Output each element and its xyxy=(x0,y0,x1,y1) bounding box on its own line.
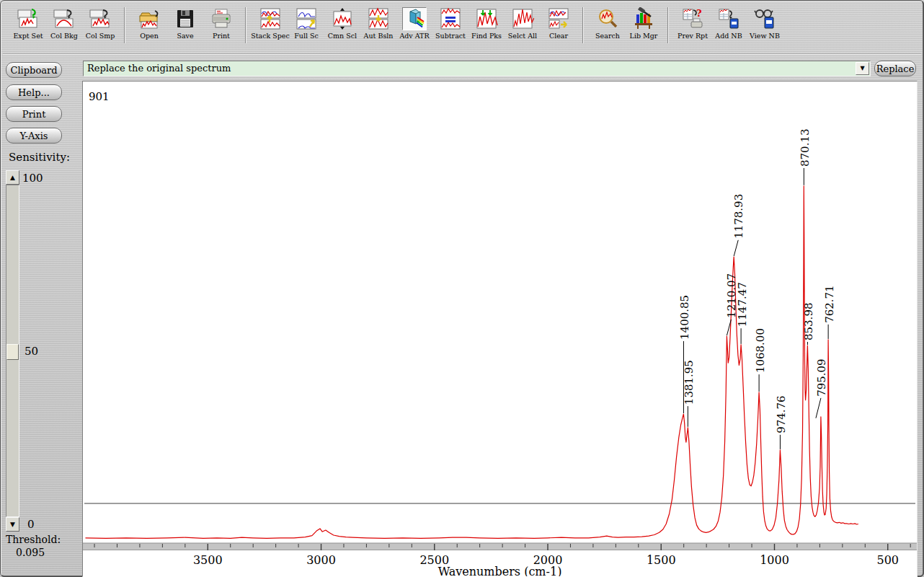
x-tick-label: 1500 xyxy=(647,553,676,567)
full-scale-icon xyxy=(294,7,319,30)
subtract-icon xyxy=(438,7,463,30)
sensitivity-label: Sensitivity: xyxy=(9,151,70,164)
toolbar-button-search[interactable]: Search xyxy=(590,6,626,40)
toolbar-button-label: Stack Spec xyxy=(251,32,290,40)
x-axis-title: Wavenumbers (cm-1) xyxy=(438,565,562,576)
threshold-value: 0.095 xyxy=(16,547,45,558)
toolbar-button-adv-atr[interactable]: Adv ATR xyxy=(396,6,432,40)
collect-sample-icon xyxy=(88,7,112,30)
peak-label: 1400.85 xyxy=(678,295,691,340)
search-icon xyxy=(595,7,620,30)
peak-label: 1381.95 xyxy=(683,360,696,405)
find-peaks-icon xyxy=(474,7,499,30)
sidebar-button-print[interactable]: Print xyxy=(6,106,62,122)
down-arrow-icon: ▼ xyxy=(10,521,15,528)
dropdown-arrow-icon[interactable]: ▼ xyxy=(856,62,869,75)
peak-label: 1147.47 xyxy=(736,282,749,327)
toolbar-button-label: Col Smp xyxy=(86,32,115,40)
svg-text:?: ? xyxy=(696,8,702,19)
sensitivity-slider-down-button[interactable]: ▼ xyxy=(6,517,19,532)
toolbar-button-label: Search xyxy=(595,32,620,40)
select-all-icon xyxy=(510,7,535,30)
preview-report-icon: ? xyxy=(680,7,705,30)
toolbar-button-label: Find Pks xyxy=(471,32,502,40)
toolbar-button-label: Selct All xyxy=(508,32,537,40)
toolbar-button-label: Save xyxy=(177,32,193,40)
toolbar-group: ?Prev RptAdd NBView NB xyxy=(675,6,783,40)
toolbar-button-label: Adv ATR xyxy=(399,32,429,40)
collect-background-icon xyxy=(52,7,76,30)
peak-label: 853.98 xyxy=(802,303,815,341)
toolbar-button-label: Subtract xyxy=(435,32,466,40)
view-notebook-icon xyxy=(752,7,777,30)
toolbar-button-label: Clear xyxy=(549,32,568,40)
toolbar-button-clear[interactable]: Clear xyxy=(541,6,577,40)
sensitivity-slider-thumb[interactable] xyxy=(6,344,19,360)
main-toolbar: Expt SetCol BkgCol SmpOpenSavePrintStack… xyxy=(4,3,920,50)
toolbar-button-subtract[interactable]: Subtract xyxy=(432,6,468,40)
sensitivity-slider-track[interactable] xyxy=(6,185,19,517)
toolbar-button-open[interactable]: Open xyxy=(131,6,167,40)
sensitivity-slider-up-button[interactable]: ▲ xyxy=(6,170,19,185)
toolbar-button-stack-spec[interactable]: Stack Spec xyxy=(252,6,288,40)
peak-label: 762.71 xyxy=(823,285,836,323)
process-result-value: Replace the original spectrum xyxy=(87,63,231,74)
toolbar-button-lib-mgr[interactable]: Lib Mgr xyxy=(626,6,662,40)
replace-button[interactable]: Replace xyxy=(874,61,916,76)
save-icon xyxy=(173,7,197,30)
toolbar-button-print[interactable]: Print xyxy=(203,6,239,40)
toolbar-button-label: Col Bkg xyxy=(50,32,78,40)
toolbar-button-find-pks[interactable]: Find Pks xyxy=(468,6,505,40)
toolbar-button-view-nb[interactable]: View NB xyxy=(747,6,783,40)
toolbar-button-col-smp[interactable]: Col Smp xyxy=(82,6,118,40)
sidebar-button-clipboard[interactable]: Clipboard xyxy=(6,62,62,78)
spectrum-number-annotation: 901 xyxy=(89,90,110,103)
toolbar-separator xyxy=(245,7,246,43)
toolbar-group: SearchLib Mgr xyxy=(590,6,662,40)
sensitivity-min-label: 0 xyxy=(27,518,35,531)
toolbar-button-selct-all[interactable]: Selct All xyxy=(505,6,541,40)
peak-label: 974.76 xyxy=(775,395,788,433)
toolbar-button-full-sc[interactable]: Full Sc xyxy=(288,6,324,40)
common-scale-icon xyxy=(330,7,355,30)
toolbar-button-prev-rpt[interactable]: ?Prev Rpt xyxy=(675,6,711,40)
x-tick-label: 3000 xyxy=(306,553,336,567)
toolbar-divider xyxy=(3,53,921,55)
toolbar-button-aut-bsln[interactable]: Aut Bsln xyxy=(360,6,396,40)
open-icon xyxy=(137,7,161,30)
toolbar-button-cmn-scl[interactable]: Cmn Scl xyxy=(324,6,360,40)
sensitivity-mid-label: 50 xyxy=(25,345,38,358)
toolbar-button-label: Full Sc xyxy=(294,32,319,40)
x-tick-label: 1000 xyxy=(760,553,789,567)
sidebar-button-y-axis[interactable]: Y-Axis xyxy=(6,128,62,144)
spectrum-chart-area[interactable]: 350030002500200015001000500Wavenumbers (… xyxy=(82,81,918,577)
toolbar-group: OpenSavePrint xyxy=(131,6,239,40)
threshold-label: Threshold: xyxy=(6,534,61,545)
toolbar-separator xyxy=(582,7,584,43)
toolbar-button-label: Add NB xyxy=(715,32,742,40)
peak-label-leader xyxy=(734,240,738,256)
toolbar-button-label: Cmn Scl xyxy=(328,32,357,40)
print-icon xyxy=(209,7,234,30)
peak-label: 795.09 xyxy=(815,358,828,396)
sidebar-button-help[interactable]: Help... xyxy=(6,84,62,100)
spectrum-plot[interactable]: 350030002500200015001000500Wavenumbers (… xyxy=(83,82,917,576)
library-manager-icon xyxy=(631,7,656,30)
toolbar-button-label: Print xyxy=(213,32,230,40)
peak-label: 1068.00 xyxy=(754,328,767,373)
peak-label: 870.13 xyxy=(799,128,812,166)
toolbar-button-label: Expt Set xyxy=(13,32,43,40)
toolbar-button-expt-set[interactable]: Expt Set xyxy=(10,6,46,40)
toolbar-button-label: Prev Rpt xyxy=(678,32,708,40)
toolbar-button-add-nb[interactable]: Add NB xyxy=(711,6,747,40)
toolbar-group: Stack SpecFull ScCmn SclAut BslnAdv ATRS… xyxy=(252,6,577,40)
process-result-select[interactable]: Replace the original spectrum ▼ xyxy=(83,61,871,76)
toolbar-button-col-bkg[interactable]: Col Bkg xyxy=(46,6,82,40)
toolbar-button-save[interactable]: Save xyxy=(167,6,203,40)
peak-label: 1178.93 xyxy=(732,194,745,239)
experiment-setup-icon xyxy=(16,7,40,30)
toolbar-button-label: Open xyxy=(140,32,159,40)
toolbar-separator xyxy=(667,7,669,43)
up-arrow-icon: ▲ xyxy=(10,174,15,181)
sensitivity-max-label: 100 xyxy=(22,172,43,185)
